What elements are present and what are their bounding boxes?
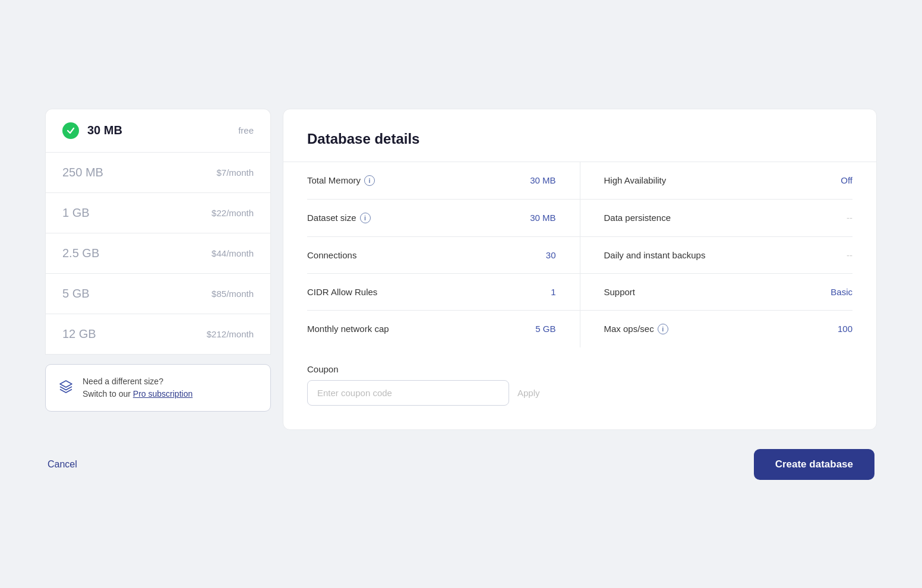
- detail-col-right: Daily and instant backups --: [580, 237, 853, 273]
- detail-inner-row-left: Monthly network cap 5 GB: [307, 311, 556, 347]
- detail-inner-row-left: CIDR Allow Rules 1: [307, 274, 556, 310]
- detail-col-right: Support Basic: [580, 274, 853, 310]
- plan-item-1gb[interactable]: 1 GB $22/month: [45, 192, 271, 233]
- detail-col-right: Max ops/sec i 100: [580, 311, 853, 347]
- plan-item-left: 12 GB: [62, 327, 96, 341]
- plan-item-30mb[interactable]: 30 MB free: [45, 109, 271, 152]
- detail-label-right: Support: [604, 287, 735, 297]
- detail-inner-row-left: Total Memory i 30 MB: [307, 162, 556, 199]
- layers-icon: [58, 378, 74, 397]
- pro-subscription-link[interactable]: Pro subscription: [133, 389, 192, 399]
- plan-item-left: 250 MB: [62, 166, 103, 179]
- coupon-row: Apply: [307, 380, 852, 406]
- plan-size: 12 GB: [62, 327, 96, 341]
- plan-item-left: 30 MB: [62, 122, 122, 139]
- create-database-button[interactable]: Create database: [754, 449, 874, 480]
- modal-backdrop: 30 MB free 250 MB $7/month 1 GB $22/mont…: [0, 0, 922, 588]
- modal-inner: 30 MB free 250 MB $7/month 1 GB $22/mont…: [45, 109, 877, 480]
- check-icon: [62, 122, 79, 139]
- info-icon[interactable]: i: [364, 175, 375, 186]
- detail-value-right: --: [735, 213, 853, 223]
- detail-col-left: CIDR Allow Rules 1: [307, 274, 580, 310]
- plan-size: 30 MB: [87, 124, 122, 137]
- db-title: Database details: [307, 131, 852, 147]
- detail-label-left: Dataset size i: [307, 213, 438, 223]
- detail-inner-row-right: Data persistence --: [604, 200, 853, 236]
- plan-item-left: 1 GB: [62, 206, 90, 220]
- plan-item-left: 2.5 GB: [62, 246, 99, 260]
- detail-value-left: 5 GB: [509, 324, 556, 334]
- detail-col-left: Total Memory i 30 MB: [307, 162, 580, 199]
- plan-size: 1 GB: [62, 206, 90, 220]
- plan-price: $85/month: [211, 289, 254, 299]
- coupon-label: Coupon: [307, 364, 852, 374]
- detail-col-right: High Availability Off: [580, 162, 853, 199]
- detail-label-left: Monthly network cap: [307, 324, 438, 334]
- coupon-section: Coupon Apply: [307, 364, 852, 406]
- apply-button[interactable]: Apply: [517, 388, 540, 398]
- detail-row-4: Monthly network cap 5 GB Max ops/sec i 1…: [307, 311, 852, 347]
- pro-box-text: Need a different size? Switch to our Pro…: [83, 375, 192, 400]
- pro-subscription-box: Need a different size? Switch to our Pro…: [45, 364, 271, 412]
- plan-price: $212/month: [207, 329, 254, 339]
- plan-size: 2.5 GB: [62, 246, 99, 260]
- detail-value-left: 1: [509, 287, 556, 297]
- detail-row-1: Dataset size i 30 MB Data persistence --: [307, 200, 852, 237]
- cancel-button[interactable]: Cancel: [48, 459, 77, 470]
- detail-inner-row-right: Max ops/sec i 100: [604, 311, 853, 347]
- plan-item-250mb[interactable]: 250 MB $7/month: [45, 152, 271, 192]
- right-panel: Database details Total Memory i 30 MB Hi…: [283, 109, 877, 430]
- detail-label-right: Daily and instant backups: [604, 250, 735, 260]
- detail-row-0: Total Memory i 30 MB High Availability O…: [307, 162, 852, 200]
- detail-label-right: Max ops/sec i: [604, 324, 735, 334]
- info-icon[interactable]: i: [360, 213, 371, 223]
- detail-value-right: 100: [735, 324, 853, 334]
- plan-size: 5 GB: [62, 287, 90, 301]
- coupon-input[interactable]: [307, 380, 509, 406]
- bottom-bar: Cancel Create database: [45, 449, 877, 480]
- detail-inner-row-left: Connections 30: [307, 237, 556, 273]
- plan-item-12gb[interactable]: 12 GB $212/month: [45, 314, 271, 355]
- detail-value-left: 30 MB: [509, 213, 556, 223]
- detail-row-2: Connections 30 Daily and instant backups…: [307, 237, 852, 274]
- left-panel: 30 MB free 250 MB $7/month 1 GB $22/mont…: [45, 109, 271, 412]
- detail-col-left: Dataset size i 30 MB: [307, 200, 580, 236]
- content-row: 30 MB free 250 MB $7/month 1 GB $22/mont…: [45, 109, 877, 430]
- plan-item-2-5gb[interactable]: 2.5 GB $44/month: [45, 233, 271, 273]
- plan-item-left: 5 GB: [62, 287, 90, 301]
- detail-value-left: 30: [509, 250, 556, 260]
- detail-value-right: --: [735, 250, 853, 260]
- detail-col-left: Connections 30: [307, 237, 580, 273]
- plan-price: $44/month: [211, 248, 254, 258]
- detail-inner-row-left: Dataset size i 30 MB: [307, 200, 556, 236]
- detail-label-left: Total Memory i: [307, 175, 438, 186]
- plan-size: 250 MB: [62, 166, 103, 179]
- plan-item-5gb[interactable]: 5 GB $85/month: [45, 273, 271, 314]
- detail-label-right: High Availability: [604, 175, 735, 185]
- detail-row-3: CIDR Allow Rules 1 Support Basic: [307, 274, 852, 311]
- detail-col-left: Monthly network cap 5 GB: [307, 311, 580, 347]
- plan-price: $7/month: [216, 167, 254, 178]
- detail-label-left: Connections: [307, 250, 438, 260]
- detail-col-right: Data persistence --: [580, 200, 853, 236]
- info-icon[interactable]: i: [658, 324, 668, 334]
- detail-inner-row-right: Support Basic: [604, 274, 853, 310]
- detail-value-right: Basic: [735, 287, 853, 297]
- plan-price: $22/month: [211, 208, 254, 218]
- detail-value-left: 30 MB: [509, 175, 556, 185]
- detail-label-left: CIDR Allow Rules: [307, 287, 438, 297]
- detail-inner-row-right: High Availability Off: [604, 162, 853, 198]
- details-table: Total Memory i 30 MB High Availability O…: [307, 162, 852, 347]
- detail-value-right: Off: [735, 175, 853, 185]
- detail-inner-row-right: Daily and instant backups --: [604, 237, 853, 273]
- plan-price: free: [238, 125, 254, 135]
- detail-label-right: Data persistence: [604, 213, 735, 223]
